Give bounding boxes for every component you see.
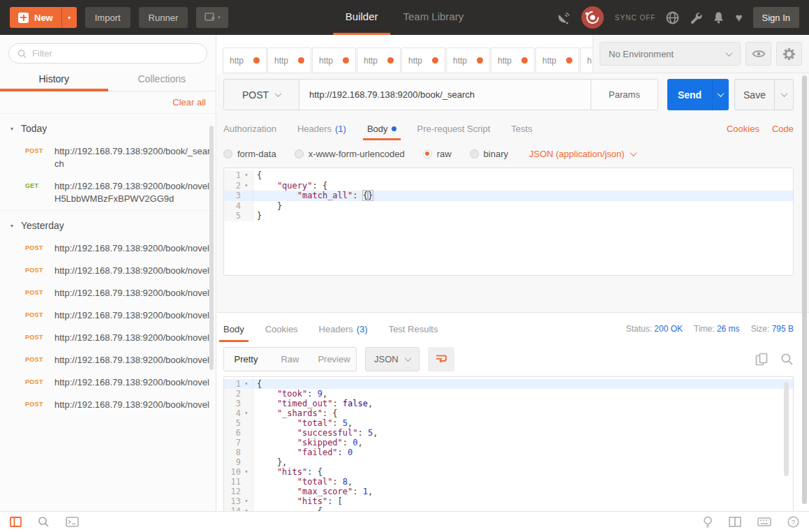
- response-body-editor[interactable]: 1▾{2"took": 9,3"timed_out": false,4▾"_sh…: [223, 376, 794, 511]
- fold-icon[interactable]: ▾: [241, 379, 252, 389]
- body-mode-x-www-form-urlencoded[interactable]: x-www-form-urlencoded: [295, 149, 405, 159]
- request-tab-body[interactable]: Body: [367, 114, 396, 143]
- code-line[interactable]: 6"successful": 5,: [224, 428, 793, 438]
- request-tab-tests[interactable]: Tests: [511, 114, 532, 143]
- view-pretty-button[interactable]: Pretty: [224, 348, 268, 371]
- wrap-lines-button[interactable]: [428, 347, 454, 371]
- history-group-header[interactable]: ▾Today: [0, 114, 216, 140]
- search-everywhere-icon[interactable]: [38, 516, 50, 528]
- history-item[interactable]: POSThttp://192.168.79.138:9200/book/nove…: [0, 327, 216, 349]
- code-line[interactable]: 12"max_score": 1,: [224, 487, 793, 496]
- response-scrollbar[interactable]: [784, 382, 789, 476]
- new-button[interactable]: New: [10, 7, 61, 28]
- cookies-link[interactable]: Cookies: [727, 124, 759, 134]
- sidebar-scrollbar[interactable]: [209, 126, 214, 370]
- heart-icon[interactable]: ♥: [735, 12, 742, 24]
- request-body-editor[interactable]: 1▾{2▾"query": {3"match_all": {}4}5}: [223, 168, 794, 276]
- two-pane-layout-icon[interactable]: [729, 517, 741, 527]
- save-dropdown-caret[interactable]: [774, 80, 793, 110]
- request-tab-pre-request-script[interactable]: Pre-request Script: [417, 114, 491, 143]
- fold-icon[interactable]: ▾: [241, 170, 252, 181]
- console-icon[interactable]: [66, 517, 79, 527]
- help-icon[interactable]: ?: [787, 516, 799, 528]
- response-tab-test-results[interactable]: Test Results: [389, 313, 438, 345]
- request-tab[interactable]: http: [357, 47, 401, 73]
- environment-select[interactable]: No Environment: [600, 42, 741, 66]
- code-line[interactable]: 9},: [224, 457, 793, 467]
- keyboard-shortcuts-icon[interactable]: [757, 517, 771, 526]
- history-group-header[interactable]: ▾Yesterday: [0, 210, 216, 237]
- sign-in-button[interactable]: Sign In: [753, 7, 799, 28]
- settings-button[interactable]: [776, 42, 802, 66]
- save-button[interactable]: Save: [735, 80, 774, 110]
- code-line[interactable]: 1▾{: [224, 170, 793, 181]
- search-response-icon[interactable]: [780, 353, 794, 366]
- fold-icon[interactable]: ▾: [241, 467, 252, 477]
- request-tab[interactable]: http: [267, 47, 311, 73]
- fold-icon[interactable]: ▾: [241, 506, 252, 511]
- body-mode-form-data[interactable]: form-data: [223, 149, 276, 159]
- lightbulb-icon[interactable]: [703, 516, 713, 529]
- history-item[interactable]: POSThttp://192.168.79.138:9200/book/nove…: [0, 282, 216, 304]
- globe-icon[interactable]: [666, 11, 679, 24]
- send-dropdown-caret[interactable]: [712, 79, 729, 110]
- history-item[interactable]: POSThttp://192.168.79.138:9200/book/nove…: [0, 304, 216, 327]
- send-button[interactable]: Send: [667, 79, 712, 110]
- nav-tab-team-library[interactable]: Team Library: [391, 0, 477, 35]
- sync-status-icon[interactable]: [581, 6, 604, 29]
- request-tab[interactable]: http: [312, 47, 356, 73]
- import-button[interactable]: Import: [85, 7, 131, 28]
- request-tab-authorization[interactable]: Authorization: [223, 114, 276, 143]
- code-link[interactable]: Code: [772, 124, 794, 134]
- copy-icon[interactable]: [755, 353, 769, 366]
- history-item[interactable]: GEThttp://192.168.79.138:9200/book/novel…: [0, 175, 216, 210]
- code-line[interactable]: 13▾"hits": [: [224, 496, 793, 506]
- nav-tab-builder[interactable]: Builder: [333, 0, 391, 35]
- code-line[interactable]: 4}: [224, 201, 793, 212]
- history-item[interactable]: POSThttp://192.168.79.138:9200/book/nove…: [0, 371, 216, 394]
- request-tab[interactable]: http: [401, 47, 445, 73]
- request-tab[interactable]: http: [535, 47, 579, 73]
- view-preview-button[interactable]: Preview: [312, 348, 356, 371]
- response-tab-headers[interactable]: Headers(3): [319, 313, 368, 345]
- environment-preview-button[interactable]: [745, 42, 771, 66]
- satellite-icon[interactable]: [556, 11, 570, 24]
- url-input[interactable]: [299, 80, 591, 110]
- body-mode-raw[interactable]: raw: [423, 149, 452, 159]
- view-raw-button[interactable]: Raw: [268, 348, 312, 371]
- code-line[interactable]: 11"total": 8,: [224, 477, 793, 487]
- code-line[interactable]: 10▾"hits": {: [224, 467, 793, 477]
- fold-icon[interactable]: ▾: [241, 181, 252, 191]
- history-item[interactable]: POSThttp://192.168.79.138:9200/book/_sea…: [0, 140, 216, 175]
- raw-type-select[interactable]: JSON (application/json): [529, 149, 636, 159]
- format-select[interactable]: JSON: [365, 347, 420, 371]
- fold-icon[interactable]: ▾: [241, 496, 252, 506]
- params-button[interactable]: Params: [591, 80, 658, 110]
- wrench-icon[interactable]: [690, 11, 702, 24]
- request-tab[interactable]: http: [446, 47, 490, 73]
- request-tab[interactable]: http: [491, 47, 535, 73]
- body-mode-binary[interactable]: binary: [470, 149, 508, 159]
- code-line[interactable]: 4▾"_shards": {: [224, 408, 793, 418]
- filter-input[interactable]: [32, 48, 198, 59]
- code-line[interactable]: 5}: [224, 211, 793, 221]
- new-window-button[interactable]: ▾: [196, 7, 228, 28]
- history-item[interactable]: POSThttp://192.168.79.138:9200/book/nove…: [0, 237, 216, 260]
- window-scrollbar[interactable]: [802, 75, 807, 504]
- code-line[interactable]: 5"total": 5,: [224, 418, 793, 428]
- code-line[interactable]: 3"timed_out": false,: [224, 399, 793, 408]
- request-tab[interactable]: h: [580, 47, 593, 73]
- code-line[interactable]: 8"failed": 0: [224, 448, 793, 457]
- request-tab[interactable]: http: [223, 47, 267, 73]
- response-tab-body[interactable]: Body: [223, 313, 244, 345]
- history-item[interactable]: POSThttp://192.168.79.138:9200/book/nove…: [0, 260, 216, 282]
- fold-icon[interactable]: ▾: [241, 408, 252, 418]
- sidebar-tab-collections[interactable]: Collections: [108, 68, 216, 91]
- clear-all-link[interactable]: Clear all: [172, 97, 206, 108]
- new-dropdown-caret[interactable]: ▾: [61, 7, 77, 28]
- sidebar-tab-history[interactable]: History: [0, 68, 108, 91]
- history-item[interactable]: POSThttp://192.168.79.138:9200/book/nove…: [0, 349, 216, 371]
- request-tab-headers[interactable]: Headers(1): [297, 114, 346, 143]
- code-line[interactable]: 7"skipped": 0,: [224, 438, 793, 448]
- toggle-sidebar-icon[interactable]: [10, 517, 22, 527]
